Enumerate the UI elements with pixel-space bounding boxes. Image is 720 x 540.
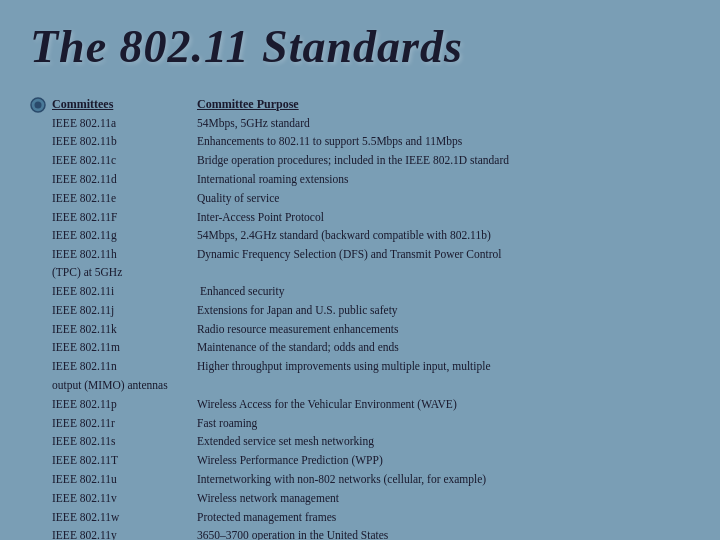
- cell-committee-20: IEEE 802.11y: [52, 527, 197, 540]
- cell-committee-0: IEEE 802.11a: [52, 115, 197, 133]
- cell-purpose-17: Internetworking with non-802 networks (c…: [197, 471, 690, 489]
- table-row: IEEE 802.11v Wireless network management: [52, 490, 690, 508]
- cell-purpose-0: 54Mbps, 5GHz standard: [197, 115, 690, 133]
- cell-committee-10: IEEE 802.11k: [52, 321, 197, 339]
- cell-purpose-15: Extended service set mesh networking: [197, 433, 690, 451]
- cell-purpose-8: Enhanced security: [197, 283, 690, 301]
- col-header-purpose: Committee Purpose: [197, 95, 690, 114]
- cell-purpose-10: Radio resource measurement enhancements: [197, 321, 690, 339]
- cell-purpose-18: Wireless network management: [197, 490, 690, 508]
- cell-committee-17: IEEE 802.11u: [52, 471, 197, 489]
- cell-purpose-12: Higher throughput improvements using mul…: [197, 358, 690, 376]
- cell-purpose-16: Wireless Performance Prediction (WPP): [197, 452, 690, 470]
- cell-committee-5: IEEE 802.11F: [52, 209, 197, 227]
- table-row: IEEE 802.11a 54Mbps, 5GHz standard: [52, 115, 690, 133]
- slide-title: The 802.11 Standards: [30, 20, 690, 73]
- cell-committee-9: IEEE 802.11j: [52, 302, 197, 320]
- col-header-committees: Committees: [52, 95, 197, 114]
- cell-purpose-13: Wireless Access for the Vehicular Enviro…: [197, 396, 690, 414]
- table-row: IEEE 802.11h(TPC) at 5GHz Dynamic Freque…: [52, 246, 690, 282]
- cell-purpose-1: Enhancements to 802.11 to support 5.5Mbp…: [197, 133, 690, 151]
- table-row: IEEE 802.11g 54Mbps, 2.4GHz standard (ba…: [52, 227, 690, 245]
- table-row: IEEE 802.11m Maintenance of the standard…: [52, 339, 690, 357]
- cell-purpose-14: Fast roaming: [197, 415, 690, 433]
- table-row: IEEE 802.11c Bridge operation procedures…: [52, 152, 690, 170]
- standards-table: Committees Committee Purpose IEEE 802.11…: [52, 95, 690, 540]
- table-row: IEEE 802.11u Internetworking with non-80…: [52, 471, 690, 489]
- cell-purpose-5: Inter-Access Point Protocol: [197, 209, 690, 227]
- table-row: IEEE 802.11p Wireless Access for the Veh…: [52, 396, 690, 414]
- cell-committee-12: IEEE 802.11n: [52, 358, 197, 376]
- cell-committee-4: IEEE 802.11e: [52, 190, 197, 208]
- cell-committee-14: IEEE 802.11r: [52, 415, 197, 433]
- table-row: IEEE 802.11e Quality of service: [52, 190, 690, 208]
- cell-purpose-9: Extensions for Japan and U.S. public saf…: [197, 302, 690, 320]
- table-row: IEEE 802.11w Protected management frames: [52, 509, 690, 527]
- table-row: IEEE 802.11r Fast roaming: [52, 415, 690, 433]
- cell-committee-15: IEEE 802.11s: [52, 433, 197, 451]
- table-row: IEEE 802.11s Extended service set mesh n…: [52, 433, 690, 451]
- table-row: IEEE 802.11k Radio resource measurement …: [52, 321, 690, 339]
- table-row: IEEE 802.11y 3650–3700 operation in the …: [52, 527, 690, 540]
- cell-committee-16: IEEE 802.11T: [52, 452, 197, 470]
- cell-committee-1: IEEE 802.11b: [52, 133, 197, 151]
- table-row: IEEE 802.11b Enhancements to 802.11 to s…: [52, 133, 690, 151]
- cell-purpose-2: Bridge operation procedures; included in…: [197, 152, 690, 170]
- content-area: Committees Committee Purpose IEEE 802.11…: [30, 95, 690, 540]
- table-row: IEEE 802.11j Extensions for Japan and U.…: [52, 302, 690, 320]
- svg-point-1: [35, 102, 42, 109]
- cell-committee-8: IEEE 802.11i: [52, 283, 197, 301]
- cell-purpose-4: Quality of service: [197, 190, 690, 208]
- table-row: IEEE 802.11d International roaming exten…: [52, 171, 690, 189]
- cell-purpose-3: International roaming extensions: [197, 171, 690, 189]
- cell-purpose-19: Protected management frames: [197, 509, 690, 527]
- cell-committee-3: IEEE 802.11d: [52, 171, 197, 189]
- cell-committee-2: IEEE 802.11c: [52, 152, 197, 170]
- cell-purpose-7: Dynamic Frequency Selection (DFS) and Tr…: [197, 246, 690, 282]
- table-row-span: output (MIMO) antennas: [52, 377, 690, 395]
- cell-committee-6: IEEE 802.11g: [52, 227, 197, 245]
- table-header: Committees Committee Purpose: [52, 95, 690, 114]
- cell-committee-11: IEEE 802.11m: [52, 339, 197, 357]
- table-row: IEEE 802.11F Inter-Access Point Protocol: [52, 209, 690, 227]
- table-row: IEEE 802.11i Enhanced security: [52, 283, 690, 301]
- cell-committee-7: IEEE 802.11h(TPC) at 5GHz: [52, 246, 197, 282]
- slide: The 802.11 Standards Committees Committe…: [0, 0, 720, 540]
- cell-purpose-20: 3650–3700 operation in the United States: [197, 527, 690, 540]
- table-row: IEEE 802.11n Higher throughput improveme…: [52, 358, 690, 376]
- cell-purpose-6: 54Mbps, 2.4GHz standard (backward compat…: [197, 227, 690, 245]
- cell-committee-13: IEEE 802.11p: [52, 396, 197, 414]
- cell-committee-19: IEEE 802.11w: [52, 509, 197, 527]
- bullet-icon: [30, 97, 46, 117]
- table-row: IEEE 802.11T Wireless Performance Predic…: [52, 452, 690, 470]
- cell-committee-18: IEEE 802.11v: [52, 490, 197, 508]
- cell-purpose-11: Maintenance of the standard; odds and en…: [197, 339, 690, 357]
